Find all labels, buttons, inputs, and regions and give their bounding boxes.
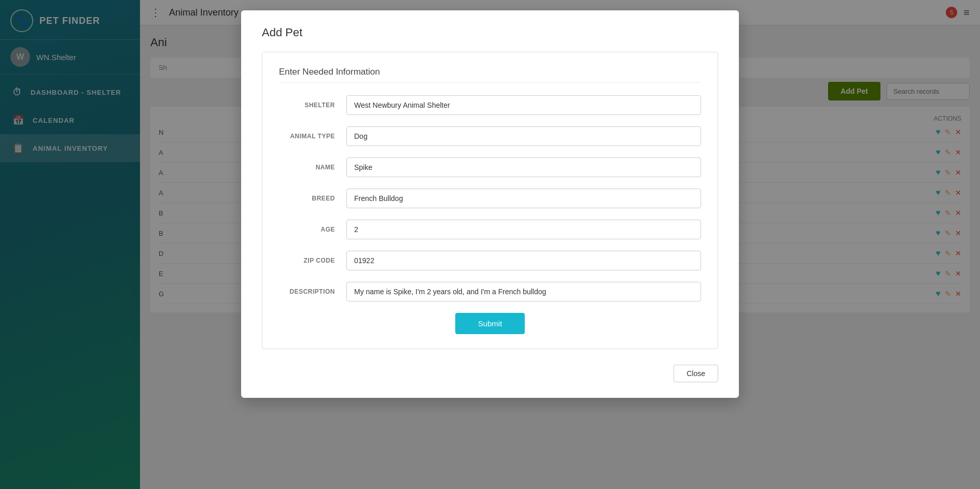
modal-footer: Close — [262, 359, 718, 382]
shelter-field-row: SHELTER — [279, 95, 701, 115]
modal-title: Add Pet — [262, 26, 718, 39]
animal-type-label: ANIMAL TYPE — [279, 133, 346, 140]
age-label: AGE — [279, 226, 346, 233]
animal-type-input[interactable] — [346, 126, 701, 146]
name-field-row: NAME — [279, 157, 701, 177]
shelter-input[interactable] — [346, 95, 701, 115]
modal-overlay[interactable]: Add Pet Enter Needed Information SHELTER… — [0, 0, 980, 489]
submit-row: Submit — [279, 313, 701, 334]
form-section: Enter Needed Information SHELTER ANIMAL … — [262, 52, 718, 349]
breed-label: BREED — [279, 195, 346, 202]
description-input[interactable] — [346, 282, 701, 301]
name-input[interactable] — [346, 157, 701, 177]
animal-type-field-row: ANIMAL TYPE — [279, 126, 701, 146]
zip-code-label: ZIP CODE — [279, 257, 346, 264]
breed-input[interactable] — [346, 189, 701, 208]
description-label: DESCRIPTION — [279, 288, 346, 295]
name-label: NAME — [279, 164, 346, 171]
close-button[interactable]: Close — [674, 365, 718, 382]
breed-field-row: BREED — [279, 189, 701, 208]
modal-dialog: Add Pet Enter Needed Information SHELTER… — [241, 10, 739, 398]
shelter-label: SHELTER — [279, 102, 346, 109]
zip-code-input[interactable] — [346, 251, 701, 270]
age-input[interactable] — [346, 220, 701, 239]
form-section-title: Enter Needed Information — [279, 67, 701, 83]
description-field-row: DESCRIPTION — [279, 282, 701, 301]
zip-code-field-row: ZIP CODE — [279, 251, 701, 270]
submit-button[interactable]: Submit — [455, 313, 525, 334]
age-field-row: AGE — [279, 220, 701, 239]
